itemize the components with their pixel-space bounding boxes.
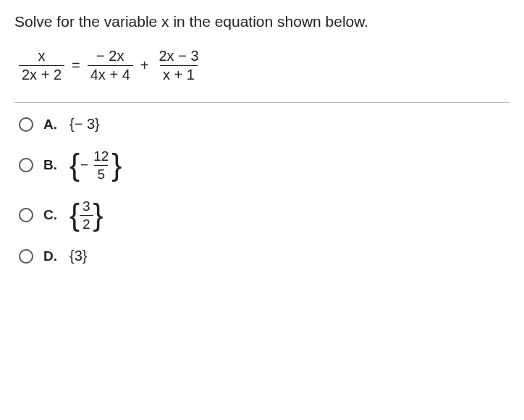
frac3-num: 2x − 3 <box>156 48 201 65</box>
options-group: A. {− 3} B. { − 12 5 } C. { 3 <box>19 116 510 264</box>
fraction-3: 2x − 3 x + 1 <box>156 48 201 83</box>
right-brace-icon: } <box>93 200 103 230</box>
option-b-letter: B. <box>43 157 59 173</box>
radio-a[interactable] <box>19 117 33 132</box>
option-b[interactable]: B. { − 12 5 } <box>19 148 510 182</box>
frac1-num: x <box>35 48 48 65</box>
left-brace-icon: { <box>69 150 80 180</box>
option-a-letter: A. <box>43 117 59 133</box>
option-b-frac: 12 5 <box>90 148 111 182</box>
option-a-answer: {− 3} <box>69 116 100 133</box>
radio-c[interactable] <box>19 208 33 222</box>
frac2-num: − 2x <box>93 48 127 65</box>
option-c[interactable]: C. { 3 2 } <box>19 198 510 232</box>
option-b-answer: { − 12 5 } <box>69 148 122 182</box>
question-prompt: Solve for the variable x in the equation… <box>14 13 510 30</box>
option-c-letter: C. <box>43 207 59 223</box>
option-a[interactable]: A. {− 3} <box>19 116 510 133</box>
fraction-1: x 2x + 2 <box>19 48 64 83</box>
radio-b[interactable] <box>19 158 33 172</box>
option-b-den: 5 <box>94 165 108 182</box>
option-d[interactable]: D. {3} <box>19 248 510 264</box>
right-brace-icon: } <box>111 150 122 180</box>
radio-d[interactable] <box>19 249 33 264</box>
option-c-num: 3 <box>80 198 93 215</box>
frac1-den: 2x + 2 <box>19 65 64 83</box>
frac2-den: 4x + 4 <box>88 65 133 83</box>
fraction-2: − 2x 4x + 4 <box>88 48 133 83</box>
option-b-neg: − <box>80 157 88 173</box>
left-brace-icon: { <box>69 200 80 230</box>
divider <box>14 102 510 103</box>
frac3-den: x + 1 <box>160 65 198 83</box>
option-d-letter: D. <box>43 248 59 264</box>
option-b-num: 12 <box>90 148 111 165</box>
option-d-answer: {3} <box>69 248 87 264</box>
equals-sign: = <box>72 57 80 74</box>
equation: x 2x + 2 = − 2x 4x + 4 + 2x − 3 x + 1 <box>19 48 510 83</box>
plus-sign: + <box>140 57 149 74</box>
option-c-frac: 3 2 <box>80 198 93 232</box>
option-c-answer: { 3 2 } <box>69 198 103 232</box>
option-c-den: 2 <box>80 215 93 232</box>
